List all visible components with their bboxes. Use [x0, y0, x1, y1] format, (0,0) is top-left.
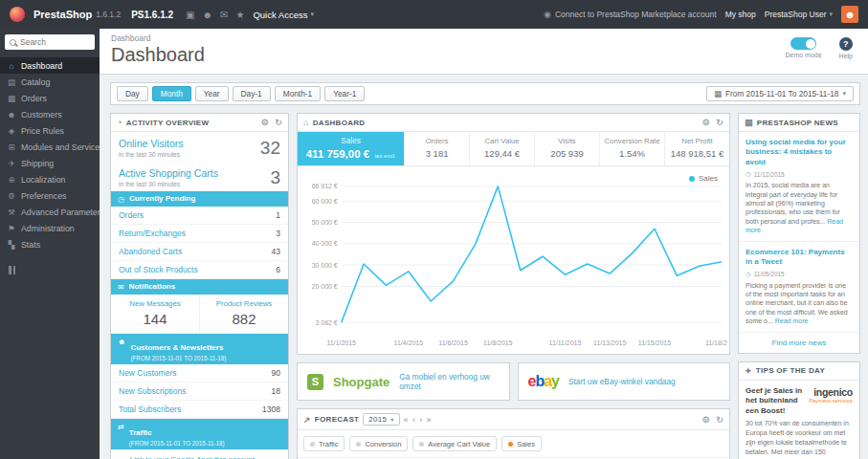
first-page-icon[interactable]: « — [404, 415, 409, 425]
refresh-icon[interactable]: ↻ — [716, 118, 723, 127]
kpi-visits[interactable]: Visits 205 939 — [535, 132, 600, 165]
collapse-sidebar-button[interactable] — [9, 266, 91, 274]
kpi-value: 129,44 € — [472, 148, 532, 159]
shopgate-ad[interactable]: S Shopgate Ga mobiel en verhoog uw omzet — [297, 362, 510, 401]
home-icon: ⌂ — [303, 118, 309, 127]
returns-link[interactable]: Return/Exchanges — [119, 229, 186, 238]
prev-page-icon[interactable]: ‹ — [412, 415, 415, 425]
reviews-icon[interactable]: ★ — [235, 10, 244, 20]
sidebar-item-shipping[interactable]: ✈ Shipping — [0, 155, 100, 171]
sidebar-item-preferences[interactable]: ⚙ Preferences — [0, 187, 100, 204]
caret-down-icon: ▾ — [390, 416, 393, 423]
svg-text:50 000 €: 50 000 € — [312, 219, 338, 226]
search-icon — [10, 39, 16, 46]
sidebar-item-price-rules[interactable]: ◈ Price Rules — [0, 122, 100, 139]
kpi-value: 205 939 — [537, 148, 597, 159]
article-title-link[interactable]: Using social media for your business: 4 … — [746, 138, 853, 167]
date-range-label: From 2015-11-01 To 2015-11-18 — [725, 89, 839, 98]
refresh-icon[interactable]: ↻ — [275, 118, 282, 127]
ingenico-logo[interactable]: ingenico Payment services — [809, 386, 853, 416]
find-more-news-link[interactable]: Find more news — [739, 333, 859, 353]
kpi-net-profit[interactable]: Net Profit 148 918,51 € — [665, 132, 729, 165]
sidebar-item-stats[interactable]: ▚ Stats — [0, 236, 100, 252]
catalog-icon: ▤ — [7, 77, 16, 87]
read-more-link[interactable]: Read more — [775, 317, 809, 324]
sidebar-search[interactable] — [5, 34, 95, 50]
shop-name[interactable]: PS1.6.1.2 — [131, 10, 173, 20]
total-subscribers-link[interactable]: Total Subscribers — [119, 404, 181, 414]
sidebar-item-catalog[interactable]: ▤ Catalog — [0, 74, 100, 90]
search-input[interactable] — [20, 37, 90, 47]
svg-text:40 000 €: 40 000 € — [312, 240, 338, 247]
demo-mode-toggle[interactable] — [790, 37, 816, 50]
gear-icon[interactable]: ⚙ — [702, 415, 710, 425]
avatar[interactable]: ☻ — [841, 6, 858, 23]
kpi-conversion-rate[interactable]: Conversion Rate 1.54% — [600, 132, 665, 165]
filter-month-1-button[interactable]: Month-1 — [275, 86, 321, 101]
sidebar-item-dashboard[interactable]: ⌂ Dashboard — [0, 57, 100, 74]
refresh-icon[interactable]: ↻ — [716, 415, 723, 425]
kpi-orders[interactable]: Orders 3 181 — [405, 132, 470, 165]
messages-icon[interactable]: ✉ — [220, 10, 228, 20]
gear-icon[interactable]: ⚙ — [261, 118, 269, 127]
new-subscriptions-link[interactable]: New Subscriptions — [119, 386, 186, 396]
date-range-button[interactable]: ▦ From 2015-11-01 To 2015-11-18 ▾ — [706, 86, 854, 101]
sidebar-item-advanced-parameters[interactable]: ⚒ Advanced Parameters — [0, 204, 100, 220]
sidebar-item-orders[interactable]: ▦ Orders — [0, 90, 100, 106]
brand-name[interactable]: PrestaShop — [33, 9, 92, 20]
shopgate-cta-link[interactable]: Ga mobiel en verhoog uw omzet — [399, 372, 499, 391]
news-article: Using social media for your business: 4 … — [739, 132, 859, 242]
customers-quick-icon[interactable]: ☻ — [203, 10, 213, 20]
gear-icon[interactable]: ⚙ — [702, 118, 710, 127]
product-reviews-cell[interactable]: Product Reviews 882 — [200, 295, 288, 333]
forecast-legend-traffic[interactable]: Traffic — [303, 436, 345, 451]
abandoned-carts-link[interactable]: Abandoned Carts — [119, 247, 182, 256]
quick-access-menu[interactable]: Quick Access ▾ — [253, 10, 314, 20]
marketplace-connect-link[interactable]: ◉ Connect to PrestaShop Marketplace acco… — [544, 10, 717, 19]
filter-year-1-button[interactable]: Year-1 — [324, 86, 365, 101]
returns-row: Return/Exchanges 3 — [111, 225, 288, 243]
forecast-legend-sales[interactable]: Sales — [501, 436, 542, 451]
forecast-legend-conversion[interactable]: Conversion — [349, 436, 408, 451]
filter-day-1-button[interactable]: Day-1 — [233, 86, 271, 101]
kpi-label: Visits — [537, 137, 597, 145]
ebay-ad[interactable]: ebay Start uw eBay-winkel vandaag — [518, 362, 731, 401]
sidebar-item-administration[interactable]: ⚑ Administration — [0, 220, 100, 236]
new-customers-row: New Customers 90 — [111, 364, 288, 382]
last-page-icon[interactable]: » — [427, 415, 432, 425]
year-select[interactable]: 2015 ▾ — [363, 413, 399, 426]
google-analytics-link[interactable]: → Link to your Google Analytics account — [111, 449, 288, 459]
breadcrumb[interactable]: Dashboard — [111, 33, 857, 43]
filter-year-button[interactable]: Year — [195, 86, 229, 101]
ebay-cta-link[interactable]: Start uw eBay-winkel vandaag — [568, 377, 676, 386]
new-customers-value: 90 — [272, 368, 280, 378]
pending-orders-link[interactable]: Orders — [119, 210, 144, 220]
cart-icon[interactable]: ▣ — [186, 10, 194, 20]
filter-day-button[interactable]: Day — [117, 86, 148, 101]
help-icon[interactable]: ? — [839, 37, 853, 51]
sidebar-item-customers[interactable]: ☻ Customers — [0, 106, 100, 122]
kpi-sales[interactable]: Sales 411 759,00 € tax excl. — [298, 132, 405, 165]
new-customers-link[interactable]: New Customers — [119, 368, 176, 378]
demo-mode-label: Demo mode — [785, 52, 821, 58]
new-messages-cell[interactable]: New Messages 144 — [111, 295, 200, 333]
prestashop-logo[interactable] — [10, 7, 25, 22]
chart-legend[interactable]: Sales — [689, 174, 718, 183]
out-of-stock-row: Out of Stock Products 6 — [111, 261, 288, 279]
sidebar-item-modules-and-services[interactable]: ⊞ Modules and Services — [0, 139, 100, 155]
sales-series-dot — [689, 176, 695, 182]
my-shop-link[interactable]: My shop — [725, 10, 756, 19]
next-page-icon[interactable]: › — [419, 415, 422, 425]
activity-overview-panel: ◔ ACTIVITY OVERVIEW ⚙ ↻ Online Visitors … — [110, 113, 289, 459]
active-carts-link[interactable]: Active Shopping Carts — [119, 167, 218, 179]
sidebar-item-localization[interactable]: ⊕ Localization — [0, 171, 100, 187]
article-title-link[interactable]: Ecommerce 101: Payments in a Tweet — [746, 248, 853, 268]
sidebar-item-label: Advanced Parameters — [21, 208, 100, 217]
out-of-stock-link[interactable]: Out of Stock Products — [119, 265, 198, 274]
kpi-cart-value[interactable]: Cart Value 129,44 € — [470, 132, 535, 165]
active-carts-sub: in the last 30 minutes — [119, 181, 218, 187]
filter-month-button[interactable]: Month — [152, 86, 191, 101]
online-visitors-link[interactable]: Online Visitors — [119, 138, 184, 149]
user-menu[interactable]: PrestaShop User ▾ — [765, 10, 833, 19]
forecast-legend-average-cart-value[interactable]: Average Cart Value — [412, 436, 497, 451]
